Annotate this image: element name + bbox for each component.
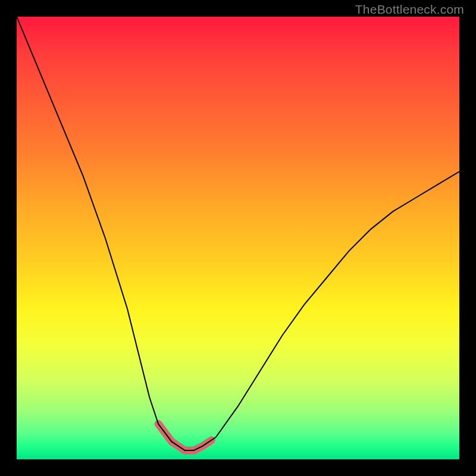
chart-frame: TheBottleneck.com bbox=[0, 0, 476, 476]
attribution-text: TheBottleneck.com bbox=[355, 2, 464, 17]
plot-area bbox=[17, 17, 459, 459]
chart-svg bbox=[17, 17, 459, 459]
safe-zone-curve bbox=[158, 424, 211, 451]
bottleneck-curve bbox=[17, 17, 459, 450]
